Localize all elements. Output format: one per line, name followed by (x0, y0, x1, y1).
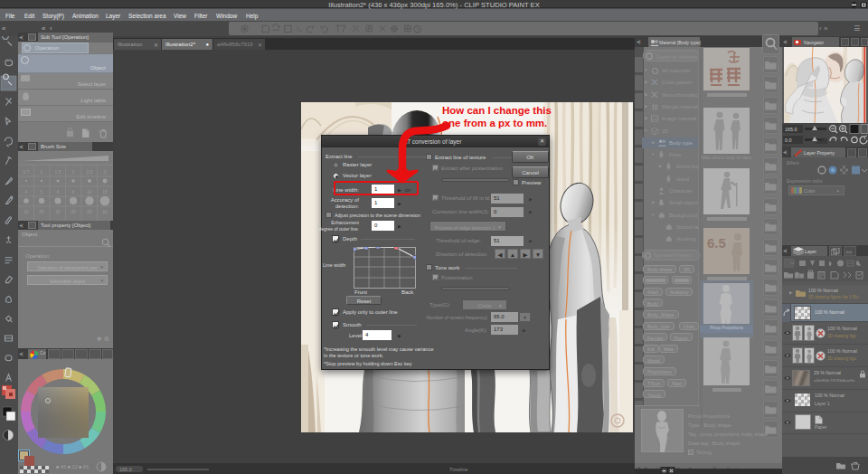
svg-text:10: 10 (87, 189, 92, 194)
svg-text:0.7: 0.7 (24, 169, 30, 175)
svg-text:5: 5 (41, 189, 43, 194)
svg-text:1.5: 1.5 (55, 169, 61, 175)
svg-text:6: 6 (57, 189, 60, 194)
svg-text:50: 50 (87, 209, 92, 214)
svg-text:1: 1 (41, 169, 43, 175)
svg-text:40: 40 (71, 209, 76, 214)
svg-text:15: 15 (102, 189, 108, 194)
svg-text:60: 60 (102, 209, 108, 214)
svg-text:25: 25 (39, 209, 44, 214)
svg-text:4: 4 (25, 189, 28, 194)
svg-text:20: 20 (24, 209, 29, 214)
svg-text:2.5: 2.5 (87, 169, 93, 175)
svg-text:30: 30 (55, 209, 61, 214)
svg-text:2: 2 (72, 169, 75, 175)
svg-text:3: 3 (104, 169, 107, 175)
svg-text:8: 8 (72, 189, 75, 194)
